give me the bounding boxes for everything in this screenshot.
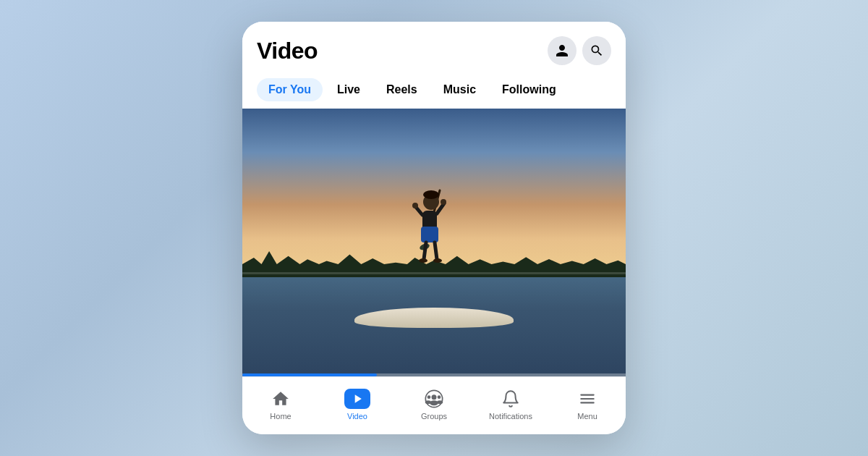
svg-point-13 xyxy=(433,258,442,263)
svg-point-5 xyxy=(423,190,439,199)
nav-item-groups[interactable]: Groups xyxy=(412,389,456,421)
notifications-label: Notifications xyxy=(489,412,532,421)
search-icon xyxy=(590,43,604,58)
menu-icon xyxy=(578,389,597,408)
groups-label: Groups xyxy=(421,412,447,421)
bell-icon xyxy=(501,389,520,408)
menu-label: Menu xyxy=(577,412,597,421)
video-area[interactable] xyxy=(242,109,626,376)
svg-point-15 xyxy=(432,394,437,400)
svg-point-17 xyxy=(427,395,431,399)
video-scene xyxy=(242,109,626,376)
svg-rect-21 xyxy=(580,394,595,395)
nav-item-home[interactable]: Home xyxy=(259,389,302,421)
tab-music[interactable]: Music xyxy=(432,78,488,101)
svg-line-10 xyxy=(424,242,426,259)
search-button[interactable] xyxy=(582,36,611,65)
video-progress-bar[interactable] xyxy=(242,373,626,376)
home-label: Home xyxy=(270,412,291,421)
tab-reels[interactable]: Reels xyxy=(375,78,429,101)
tab-live[interactable]: Live xyxy=(326,78,372,101)
video-play-icon xyxy=(350,392,365,406)
groups-icon xyxy=(424,389,444,409)
nav-tabs: For You Live Reels Music Following xyxy=(242,72,626,109)
svg-rect-23 xyxy=(580,402,595,403)
svg-rect-22 xyxy=(580,397,595,399)
svg-point-9 xyxy=(412,203,418,208)
bell-icon-container xyxy=(501,389,521,409)
header-icons xyxy=(548,36,611,65)
phone-card: Video For You Live Reels Music Following xyxy=(242,22,626,434)
svg-rect-3 xyxy=(421,227,438,242)
svg-point-18 xyxy=(425,400,431,404)
svg-point-8 xyxy=(441,199,446,205)
header: Video xyxy=(242,22,626,72)
paddler-figure xyxy=(402,183,460,280)
nav-item-menu[interactable]: Menu xyxy=(566,389,609,421)
home-icon xyxy=(271,389,290,408)
tab-for-you[interactable]: For You xyxy=(257,78,323,101)
svg-point-20 xyxy=(437,400,443,404)
person-icon xyxy=(555,43,569,58)
profile-button[interactable] xyxy=(548,36,576,65)
home-icon-container xyxy=(271,389,291,409)
video-icon-container xyxy=(344,389,370,409)
nav-item-video[interactable]: Video xyxy=(336,389,379,421)
menu-icon-container xyxy=(577,389,597,409)
groups-icon-container xyxy=(424,389,444,409)
bottom-nav: Home Video Gro xyxy=(242,376,626,434)
tab-following[interactable]: Following xyxy=(490,78,568,101)
svg-line-11 xyxy=(435,242,437,259)
nav-item-notifications[interactable]: Notifications xyxy=(489,389,532,421)
video-progress-fill xyxy=(242,373,377,376)
svg-point-19 xyxy=(438,395,441,399)
svg-point-16 xyxy=(430,400,438,405)
paddleboard xyxy=(354,308,514,328)
page-title: Video xyxy=(257,38,318,64)
video-label: Video xyxy=(347,412,367,421)
svg-point-12 xyxy=(419,258,427,263)
